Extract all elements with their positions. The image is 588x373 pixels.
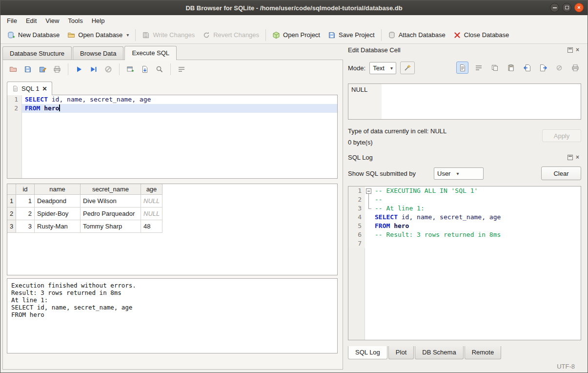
save-project-button[interactable]: Save Project bbox=[324, 29, 379, 41]
table-row[interactable]: 1 1 Deadpond Dive Wilson NULL bbox=[7, 195, 337, 207]
close-button[interactable]: × bbox=[574, 3, 584, 12]
clear-button[interactable]: Clear bbox=[541, 166, 581, 180]
toolbar-separator bbox=[135, 29, 136, 41]
dock-tabs: SQL Log Plot DB Schema Remote bbox=[348, 346, 502, 359]
menu-view[interactable]: View bbox=[41, 16, 63, 26]
execution-message-box[interactable]: Execution finished without errors. Resul… bbox=[7, 278, 338, 353]
right-panel: Edit Database Cell × Mode: Text bbox=[345, 45, 585, 370]
message-line: At line 1: bbox=[11, 296, 333, 304]
open-sql-file-button[interactable] bbox=[7, 63, 20, 76]
float-dock-icon[interactable] bbox=[568, 47, 573, 53]
edit-cell-title: Edit Database Cell bbox=[348, 46, 401, 54]
submitter-combobox[interactable]: User bbox=[434, 167, 484, 180]
open-database-dropdown-icon[interactable]: ▾ bbox=[126, 32, 129, 38]
import-cell-data-button[interactable] bbox=[521, 62, 533, 74]
fold-marker-icon[interactable] bbox=[365, 186, 373, 195]
execute-all-icon bbox=[75, 65, 83, 73]
table-row[interactable]: 3 3 Rusty-Man Tommy Sharp 48 bbox=[7, 220, 337, 233]
sql-editor[interactable]: 1 SELECT id, name, secret_name, age 2 FR… bbox=[7, 95, 338, 179]
log-line: 1 -- EXECUTING ALL IN 'SQL 1' bbox=[348, 186, 581, 195]
float-dock-icon[interactable] bbox=[568, 155, 573, 160]
dock-tab-db-schema[interactable]: DB Schema bbox=[415, 346, 463, 359]
print-sql-button[interactable] bbox=[51, 63, 63, 76]
find-replace-button[interactable] bbox=[153, 63, 166, 76]
attach-database-button[interactable]: Attach Database bbox=[384, 29, 449, 41]
window-controls: × bbox=[550, 3, 584, 12]
menubar: File Edit View Tools Help bbox=[0, 15, 588, 26]
new-database-icon bbox=[7, 31, 15, 39]
tab-browse-data[interactable]: Browse Data bbox=[73, 46, 123, 60]
paste-cell-button[interactable] bbox=[505, 62, 517, 74]
open-project-button[interactable]: Open Project bbox=[268, 29, 324, 41]
tab-execute-sql[interactable]: Execute SQL bbox=[124, 46, 177, 60]
export-results-button[interactable] bbox=[139, 63, 151, 76]
copy-cell-icon bbox=[491, 64, 499, 72]
message-line: SELECT id, name, secret_name, age bbox=[11, 304, 333, 311]
text-caret bbox=[59, 104, 60, 111]
open-database-icon bbox=[67, 31, 75, 39]
column-header-secret-name[interactable]: secret_name bbox=[81, 184, 141, 195]
message-line: Result: 3 rows returned in 8ms bbox=[11, 289, 333, 296]
close-sql-tab-icon[interactable]: ✕ bbox=[42, 85, 47, 92]
sql-log-dock-icons: × bbox=[568, 155, 581, 160]
menu-tools[interactable]: Tools bbox=[63, 16, 87, 26]
close-database-button[interactable]: Close Database bbox=[449, 29, 513, 41]
toolbar-separator bbox=[68, 63, 68, 75]
open-database-button[interactable]: Open Database ▾ bbox=[63, 29, 133, 41]
cell-type-info: Type of data currently in cell: NULL bbox=[348, 127, 446, 135]
copy-cell-button[interactable] bbox=[488, 62, 501, 74]
auto-switch-mode-button[interactable] bbox=[400, 62, 415, 74]
write-changes-icon bbox=[142, 31, 150, 39]
open-sql-tab-button[interactable] bbox=[124, 63, 137, 76]
export-cell-data-button[interactable] bbox=[537, 62, 549, 74]
main-toolbar: New Database Open Database ▾ Write Chang… bbox=[0, 26, 588, 44]
dock-tab-remote[interactable]: Remote bbox=[465, 346, 502, 359]
save-sql-file-button[interactable] bbox=[21, 63, 34, 76]
column-header-age[interactable]: age bbox=[141, 184, 162, 195]
toolbar-separator bbox=[265, 29, 266, 41]
word-wrap-icon bbox=[178, 65, 185, 73]
find-replace-icon bbox=[156, 65, 163, 73]
titlebar: DB Browser for SQLite - /home/user/code/… bbox=[0, 0, 588, 15]
mode-combobox[interactable]: Text bbox=[369, 62, 396, 74]
text-mode-button[interactable] bbox=[456, 62, 468, 74]
cell-value-editor[interactable]: NULL bbox=[348, 83, 581, 120]
message-line: FROM hero bbox=[11, 311, 333, 318]
word-wrap-button[interactable] bbox=[175, 63, 188, 76]
close-dock-icon[interactable]: × bbox=[576, 155, 581, 160]
dock-tab-plot[interactable]: Plot bbox=[388, 346, 414, 359]
text-mode-icon bbox=[459, 64, 466, 72]
execute-all-button[interactable] bbox=[73, 63, 85, 76]
dock-tab-sql-log[interactable]: SQL Log bbox=[348, 346, 387, 359]
minimize-icon bbox=[553, 7, 557, 8]
table-row[interactable]: 2 2 Spider-Boy Pedro Parqueador NULL bbox=[7, 207, 337, 220]
cell-null-label: NULL bbox=[348, 84, 382, 119]
stop-execution-icon bbox=[104, 65, 112, 73]
column-header-id[interactable]: id bbox=[16, 184, 35, 195]
log-line: 5 FROM hero bbox=[348, 222, 581, 230]
save-sql-file-as-button[interactable] bbox=[36, 63, 49, 76]
close-dock-icon[interactable]: × bbox=[576, 47, 581, 53]
tab-database-structure[interactable]: Database Structure bbox=[2, 46, 72, 60]
print-cell-button[interactable] bbox=[569, 62, 581, 74]
menu-edit[interactable]: Edit bbox=[21, 16, 41, 26]
save-sql-file-as-icon bbox=[39, 65, 46, 73]
word-wrap-cell-button[interactable] bbox=[472, 62, 485, 74]
cell-text-area[interactable] bbox=[382, 84, 581, 119]
sql-document-tab[interactable]: SQL 1 ✕ bbox=[7, 82, 52, 95]
execute-current-line-button[interactable] bbox=[87, 63, 100, 76]
results-grid[interactable]: id name secret_name age 1 1 Deadpond Div… bbox=[7, 184, 338, 275]
sql-log-view[interactable]: 1 -- EXECUTING ALL IN 'SQL 1' 2 -- 3 -- … bbox=[348, 186, 581, 340]
write-changes-button: Write Changes bbox=[138, 29, 199, 41]
log-line: 7 bbox=[348, 239, 581, 248]
fold-end-icon bbox=[365, 204, 373, 213]
minimize-button[interactable] bbox=[550, 3, 559, 12]
menu-file[interactable]: File bbox=[2, 16, 21, 26]
sql-file-icon bbox=[12, 85, 19, 92]
editor-line: 1 SELECT id, name, secret_name, age bbox=[7, 95, 337, 104]
menu-help[interactable]: Help bbox=[87, 16, 109, 26]
new-database-button[interactable]: New Database bbox=[3, 29, 63, 41]
maximize-button[interactable] bbox=[562, 3, 571, 12]
sql-tab-label: SQL 1 bbox=[21, 85, 39, 92]
column-header-name[interactable]: name bbox=[35, 184, 81, 195]
